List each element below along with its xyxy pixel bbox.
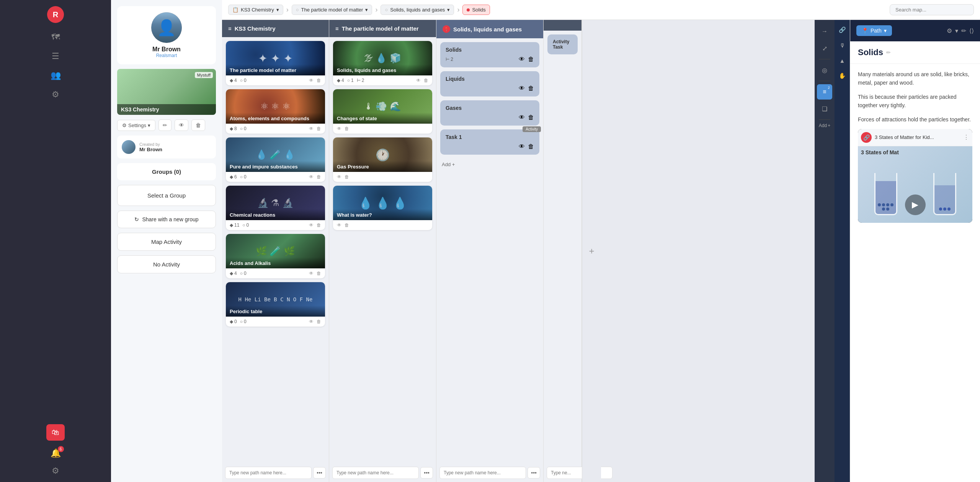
sidebar-item-bell[interactable]: 🔔 6 xyxy=(51,448,61,458)
node-liquids[interactable]: Liquids 👁 🗑 xyxy=(440,71,539,96)
map-activity-button[interactable]: Map Activity xyxy=(117,233,216,251)
eye-icon-periodic[interactable]: 👁 xyxy=(309,319,314,324)
detail-title-edit-icon[interactable]: ✏ xyxy=(886,49,891,56)
card-particle-model[interactable]: ✦ ✦ ✦ The particle model of matter ◆ 4 ○… xyxy=(226,41,325,85)
toolbar-add-button[interactable]: Add+ xyxy=(819,123,830,128)
add-column-button[interactable]: + xyxy=(582,20,601,482)
trash-icon-node-gases[interactable]: 🗑 xyxy=(528,114,534,121)
trash-icon-node-solids[interactable]: 🗑 xyxy=(528,56,534,63)
new-path-input-particle[interactable] xyxy=(332,467,419,479)
trash-icon-gaspressure[interactable]: 🗑 xyxy=(345,174,349,180)
trash-icon-atoms[interactable]: 🗑 xyxy=(317,126,321,131)
card-title-acids: Acids and Alkalis xyxy=(226,257,325,268)
detail-edit-pen-icon[interactable]: ✏ xyxy=(961,27,966,34)
trash-icon-node-liquids[interactable]: 🗑 xyxy=(528,85,534,92)
eye-icon-atoms[interactable]: 👁 xyxy=(309,126,314,131)
sidebar-item-people[interactable]: 👥 xyxy=(51,70,61,80)
breadcrumb-ks3[interactable]: 📋 KS3 Chemistry ▾ xyxy=(228,5,283,15)
card-gaspressure[interactable]: 🕐 Gas Pressure 👁 🗑 xyxy=(333,137,432,182)
eye-icon-node-liquids[interactable]: 👁 xyxy=(519,85,525,92)
sidebar-item-bag[interactable]: 🛍 xyxy=(46,424,65,441)
column-icon-ks3: ≡ xyxy=(228,25,232,32)
card-image-slg: 🌫 💧 🧊 Solids, liquids and gases xyxy=(333,41,432,75)
column-more-button-particle[interactable]: ••• xyxy=(420,467,433,479)
eye-icon-node-solids[interactable]: 👁 xyxy=(519,56,525,63)
card-solids-liquids-gases[interactable]: 🌫 💧 🧊 Solids, liquids and gases ◆ 4 ○ 1 … xyxy=(333,41,432,85)
video-menu-icon[interactable]: ⋮ xyxy=(963,134,969,141)
card-atoms[interactable]: ⚛ ⚛ ⚛ Atoms, elements and compounds ◆ 8 … xyxy=(226,89,325,134)
trash-icon-chemical[interactable]: 🗑 xyxy=(317,222,321,228)
card-title-particle: The particle model of matter xyxy=(226,64,325,75)
column-more-button-solids[interactable]: ••• xyxy=(528,467,540,479)
select-group-button[interactable]: Select a Group xyxy=(117,185,216,206)
node-solids[interactable]: Solids ⊢ 2 👁 🗑 xyxy=(440,42,539,67)
no-activity-button[interactable]: No Activity xyxy=(117,255,216,273)
sidebar-item-settings[interactable]: ⚙ xyxy=(52,90,59,100)
eye-icon[interactable]: 👁 xyxy=(309,78,314,83)
eye-icon-node-gases[interactable]: 👁 xyxy=(519,114,525,121)
target-icon[interactable]: ◎ xyxy=(817,62,832,78)
detail-triangle-icon[interactable]: ▲ xyxy=(836,54,848,67)
sidebar-item-gear[interactable]: ⚙ xyxy=(52,466,59,476)
eye-icon-water[interactable]: 👁 xyxy=(337,222,341,228)
eye-icon-chemical[interactable]: 👁 xyxy=(309,222,314,228)
card-water[interactable]: 💧 💧 💧 What is water? 👁 🗑 xyxy=(333,186,432,230)
breadcrumb-solids-liquids[interactable]: ○ Solids, liquids and gases ▾ xyxy=(381,5,454,15)
eye-icon-gaspressure[interactable]: 👁 xyxy=(337,174,341,180)
trash-icon-water[interactable]: 🗑 xyxy=(345,222,349,228)
app-logo[interactable]: R xyxy=(47,6,64,23)
eye-icon-btn[interactable]: 👁 xyxy=(175,119,188,131)
breadcrumb-solids[interactable]: Solids xyxy=(462,5,490,15)
share-group-button[interactable]: ↻ Share with a new group xyxy=(117,211,216,228)
card-pure[interactable]: 💧 🧪 💧 Pure and impure substances ◆ 6 ○ 0… xyxy=(226,137,325,182)
new-path-input-partial[interactable] xyxy=(547,467,612,479)
eye-icon-changes[interactable]: 👁 xyxy=(337,126,341,131)
path-button[interactable]: 📍 Path ▾ xyxy=(856,25,892,36)
trash-icon-changes[interactable]: 🗑 xyxy=(345,126,349,131)
video-play-button[interactable]: ▶ xyxy=(905,194,926,215)
edit-icon-btn[interactable]: ✏ xyxy=(158,119,172,131)
detail-settings-icon[interactable]: ⚙ xyxy=(947,27,952,34)
fullscreen-icon[interactable]: ⤢ xyxy=(817,41,832,56)
eye-icon-node-task1[interactable]: 👁 xyxy=(519,143,525,150)
eye-icon-slg[interactable]: 👁 xyxy=(416,78,421,83)
new-path-input-ks3[interactable] xyxy=(225,467,312,479)
add-node-button[interactable]: Add + xyxy=(440,158,539,170)
navigate-right-icon[interactable]: → xyxy=(817,24,832,39)
node-task1[interactable]: Activity Task 1 👁 🗑 xyxy=(440,129,539,155)
sidebar-item-list[interactable]: ☰ xyxy=(52,51,59,61)
node-activity-task[interactable]: Activity Task xyxy=(547,34,578,54)
eye-icon-pure[interactable]: 👁 xyxy=(309,174,314,180)
card-periodic[interactable]: H He Li Be B C N O F Ne Periodic table ◆… xyxy=(226,282,325,327)
card-changes[interactable]: 🌡 💨 🌊 Changes of state 👁 🗑 xyxy=(333,89,432,134)
sidebar-item-map[interactable]: 🗺 xyxy=(51,32,60,42)
detail-video[interactable]: 🔗 3 States of Matter for Kid... ⋮ 3 Stat… xyxy=(858,129,972,223)
trash-icon[interactable]: 🗑 xyxy=(317,78,321,83)
column-more-button-ks3[interactable]: ••• xyxy=(313,467,326,479)
detail-link-icon[interactable]: 🔗 xyxy=(836,24,848,36)
eye-icon-acids[interactable]: 👁 xyxy=(309,271,314,276)
trash-icon-pure[interactable]: 🗑 xyxy=(317,174,321,180)
breadcrumb-chevron-3: ▾ xyxy=(447,7,450,13)
breadcrumb-arrow-3: › xyxy=(457,6,459,14)
trash-icon-acids[interactable]: 🗑 xyxy=(317,271,321,276)
trash-icon-periodic[interactable]: 🗑 xyxy=(317,319,321,324)
search-input[interactable] xyxy=(890,4,974,15)
map-banner[interactable]: Mystuff KS3 Chemistry xyxy=(117,69,216,115)
settings-button[interactable]: ⚙ Settings ▾ xyxy=(117,120,155,131)
detail-hand-icon[interactable]: ✋ xyxy=(836,70,848,82)
breadcrumb-ks3-label: KS3 Chemistry xyxy=(241,7,274,13)
card-chemical[interactable]: 🔬 ⚗ 🔬 Chemical reactions ◆ 11 ○ 0 👁 🗑 xyxy=(226,186,325,230)
node-gases[interactable]: Gases 👁 🗑 xyxy=(440,100,539,126)
card-actions-atoms: 👁 🗑 xyxy=(309,126,321,131)
new-path-input-solids[interactable] xyxy=(439,467,526,479)
layers-icon[interactable]: ≡ 2 xyxy=(817,84,832,100)
detail-mic-icon[interactable]: 🎙 xyxy=(836,39,848,51)
trash-icon-btn[interactable]: 🗑 xyxy=(191,119,205,131)
trash-icon-slg[interactable]: 🗑 xyxy=(424,78,428,83)
stat-diamond-periodic: ◆ 0 xyxy=(230,319,237,324)
trash-icon-node-task1[interactable]: 🗑 xyxy=(528,143,534,150)
stack-icon[interactable]: ❑ xyxy=(817,101,832,116)
breadcrumb-particle[interactable]: ○ The particle model of matter ▾ xyxy=(292,5,372,15)
card-acids[interactable]: 🌿 🧪 🌿 Acids and Alkalis ◆ 4 ○ 0 👁 🗑 xyxy=(226,234,325,278)
